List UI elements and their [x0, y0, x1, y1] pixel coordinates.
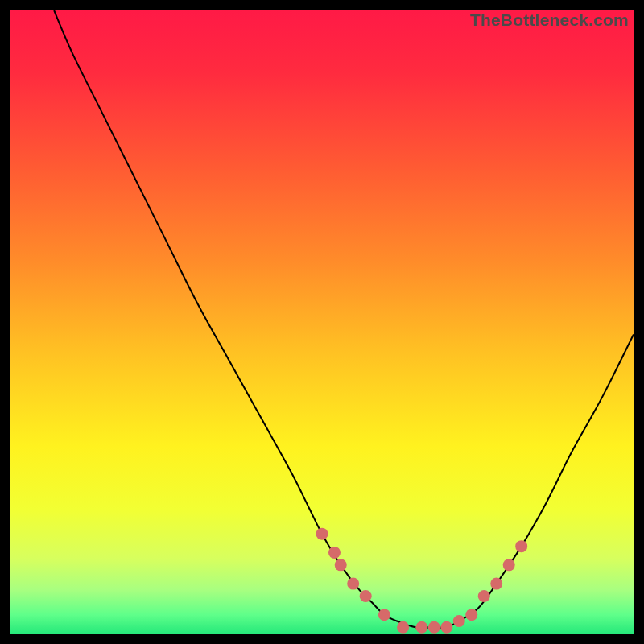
- marker-point: [453, 615, 465, 627]
- marker-point: [503, 559, 515, 571]
- marker-point: [478, 590, 490, 602]
- marker-point: [428, 621, 440, 634]
- chart-frame: TheBottleneck.com: [10, 10, 634, 634]
- watermark-text: TheBottleneck.com: [470, 10, 629, 30]
- bottleneck-chart: [10, 10, 634, 634]
- marker-point: [440, 621, 452, 634]
- marker-point: [397, 621, 409, 634]
- marker-point: [328, 547, 341, 559]
- marker-point: [515, 540, 527, 552]
- marker-point: [316, 528, 328, 540]
- marker-point: [335, 559, 347, 571]
- marker-point: [378, 609, 390, 621]
- marker-point: [415, 621, 427, 634]
- marker-point: [347, 578, 359, 590]
- gradient-background: [10, 10, 634, 634]
- marker-point: [465, 609, 477, 621]
- marker-point: [360, 590, 372, 602]
- marker-point: [490, 578, 502, 590]
